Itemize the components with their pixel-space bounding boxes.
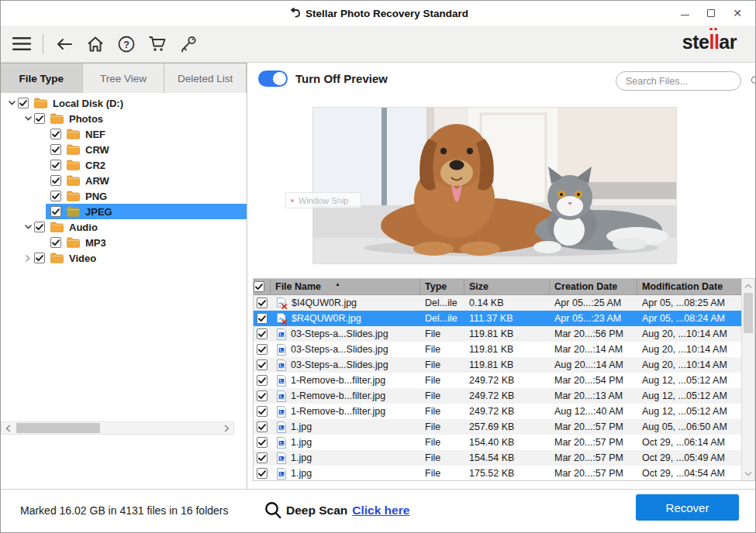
search-input[interactable] <box>626 76 751 87</box>
tree-item-local-disk-d[interactable]: Local Disk (D:) <box>1 95 247 111</box>
column-header-type[interactable]: Type <box>420 279 464 294</box>
image-file-icon <box>277 437 286 449</box>
table-row[interactable]: 1.jpgFile257.69 KBMar 20...:57 PMAug 05,… <box>254 419 741 435</box>
checkbox[interactable] <box>50 191 61 201</box>
status-text: Marked 16.02 GB in 4131 files in 16 fold… <box>20 504 229 517</box>
checkbox[interactable] <box>257 297 268 308</box>
checkbox[interactable] <box>18 98 29 108</box>
checkbox[interactable] <box>50 206 61 217</box>
file-type: File <box>420 326 464 342</box>
recover-button[interactable]: Recover <box>636 494 739 521</box>
tree-item-label: Audio <box>69 222 98 233</box>
checkbox[interactable] <box>257 468 268 479</box>
column-header-creation-date[interactable]: Creation Date <box>550 279 637 294</box>
tree-item-jpeg[interactable]: JPEG <box>1 204 247 219</box>
checkbox[interactable] <box>254 281 264 292</box>
checkbox[interactable] <box>257 406 268 417</box>
table-row[interactable]: 03-Steps-a...Slides.jpgFile119.81 KBAug … <box>254 357 741 373</box>
file-name: 03-Steps-a...Slides.jpg <box>291 344 388 355</box>
toolbar: ? stellar <box>1 26 755 63</box>
tree-item-arw[interactable]: ARW <box>1 173 247 188</box>
minimize-button[interactable] <box>671 2 698 25</box>
column-header-file-name[interactable]: File Name▲ <box>271 279 420 294</box>
checkbox[interactable] <box>257 359 268 370</box>
maximize-button[interactable] <box>698 2 724 25</box>
chevron-right-icon[interactable] <box>22 255 34 262</box>
menu-icon[interactable] <box>12 34 32 54</box>
deep-scan-link[interactable]: Click here <box>352 504 409 518</box>
checkbox[interactable] <box>257 313 268 324</box>
checkbox[interactable] <box>257 421 268 432</box>
checkbox[interactable] <box>50 129 61 139</box>
stellar-logo: stellar <box>682 31 737 53</box>
tree-item-label: PNG <box>85 191 107 202</box>
preview-image <box>312 107 677 264</box>
table-row[interactable]: 1.jpgFile175.52 KBMar 20...:57 PMOct 29,… <box>254 466 741 480</box>
table-row[interactable]: 1-Remove-b...filter.jpgFile249.72 KBMar … <box>254 373 741 388</box>
creation-date: Apr 05...:25 AM <box>550 295 637 311</box>
search-icon[interactable] <box>751 76 756 86</box>
table-row[interactable]: 1-Remove-b...filter.jpgFile249.72 KBAug … <box>254 404 741 419</box>
svg-text:?: ? <box>123 39 129 50</box>
scrollbar-thumb[interactable] <box>744 293 753 333</box>
column-header-modification-date[interactable]: Modification Date <box>637 279 741 294</box>
file-size: 154.40 KB <box>464 435 550 450</box>
table-row[interactable]: 1-Remove-b...filter.jpgFile249.72 KBMar … <box>254 388 741 404</box>
preview-toggle[interactable] <box>258 70 288 87</box>
toggle-knob <box>273 72 286 85</box>
key-icon[interactable] <box>178 34 198 54</box>
select-all-checkbox-cell[interactable] <box>254 279 271 294</box>
chevron-down-icon[interactable] <box>22 225 34 229</box>
checkbox[interactable] <box>257 375 268 386</box>
checkbox[interactable] <box>50 237 61 248</box>
chevron-down-icon[interactable] <box>22 116 34 121</box>
checkbox[interactable] <box>50 175 61 186</box>
checkbox[interactable] <box>34 222 45 232</box>
checkbox[interactable] <box>50 160 61 170</box>
tree-item-nef[interactable]: NEF <box>1 126 247 142</box>
scroll-up-icon[interactable] <box>742 280 754 292</box>
chevron-down-icon[interactable] <box>5 101 18 105</box>
tree-item-label: Photos <box>69 113 103 125</box>
search-box[interactable] <box>616 71 741 91</box>
scroll-down-icon[interactable] <box>742 467 754 480</box>
scrollbar-track[interactable] <box>15 422 220 434</box>
table-row[interactable]: 03-Steps-a...Slides.jpgFile119.81 KBMar … <box>254 342 741 357</box>
tree-item-mp3[interactable]: MP3 <box>1 235 247 250</box>
checkbox[interactable] <box>257 452 268 463</box>
tree-item-audio[interactable]: Audio <box>1 219 247 235</box>
back-icon[interactable] <box>54 34 74 54</box>
checkbox[interactable] <box>50 144 61 155</box>
table-row[interactable]: 1.jpgFile154.40 KBMar 20...:57 PMOct 29,… <box>254 435 741 450</box>
checkbox[interactable] <box>257 390 268 401</box>
table-row[interactable]: $R4QUW0R.jpgDel...ile111.37 KBApr 05...:… <box>254 311 741 326</box>
file-type: File <box>420 404 464 419</box>
tree-item-photos[interactable]: Photos <box>1 111 247 126</box>
creation-date: Mar 20...:13 AM <box>550 388 637 404</box>
close-button[interactable]: ✕ <box>724 2 751 25</box>
checkbox[interactable] <box>257 328 268 339</box>
tab-deleted-list[interactable]: Deleted List <box>164 64 247 93</box>
cart-icon[interactable] <box>147 34 167 54</box>
column-header-size[interactable]: Size <box>464 279 550 294</box>
checkbox[interactable] <box>34 113 45 124</box>
help-icon[interactable]: ? <box>116 34 136 54</box>
tree-item-video[interactable]: Video <box>1 250 247 266</box>
table-row[interactable]: $I4QUW0R.jpgDel...ile0.14 KBApr 05...:25… <box>254 295 741 311</box>
home-icon[interactable] <box>85 34 105 54</box>
tree-item-crw[interactable]: CRW <box>1 142 247 157</box>
scroll-right-icon[interactable] <box>220 422 233 434</box>
tree-item-png[interactable]: PNG <box>1 188 247 204</box>
checkbox[interactable] <box>257 344 268 355</box>
checkbox[interactable] <box>34 253 45 263</box>
tab-tree-view[interactable]: Tree View <box>83 64 165 93</box>
checkbox[interactable] <box>257 437 268 448</box>
scroll-left-icon[interactable] <box>2 422 15 434</box>
tab-file-type[interactable]: File Type <box>1 64 83 93</box>
table-row[interactable]: 03-Steps-a...Slides.jpgFile119.81 KBMar … <box>254 326 741 342</box>
scrollbar-thumb[interactable] <box>16 423 100 433</box>
tree-item-cr2[interactable]: CR2 <box>1 157 247 173</box>
vertical-scrollbar[interactable] <box>741 279 754 480</box>
table-row[interactable]: 1.jpgFile154.54 KBMar 20...:57 PMOct 29,… <box>254 450 741 466</box>
horizontal-scrollbar[interactable] <box>1 421 234 435</box>
